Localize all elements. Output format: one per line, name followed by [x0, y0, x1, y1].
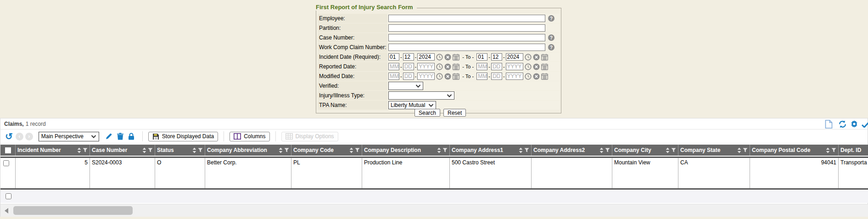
reported-date-to-year-input[interactable]: YYYY [506, 63, 523, 70]
clear-icon[interactable] [444, 73, 451, 80]
modified-date-to-day-input[interactable]: DD [491, 73, 502, 80]
filter-icon[interactable] [148, 148, 153, 152]
sort-icon[interactable] [737, 147, 741, 153]
modified-date-from-month-input[interactable]: MM [388, 73, 399, 80]
row-checkbox[interactable] [3, 160, 9, 166]
incident-date-required-from-day-input[interactable]: 12 [403, 53, 414, 61]
incident-date-required-to-year-input[interactable]: 2024 [506, 53, 523, 61]
scroll-left-arrow-icon[interactable] [5, 208, 8, 213]
clock-icon[interactable] [525, 73, 532, 80]
calendar-icon[interactable] [453, 54, 459, 61]
help-icon[interactable]: ? [548, 15, 554, 22]
sort-icon[interactable] [279, 147, 283, 153]
reported-date-from-year-input[interactable]: YYYY [417, 63, 435, 70]
sort-icon[interactable] [142, 147, 146, 153]
filter-icon[interactable] [442, 148, 448, 152]
clear-icon[interactable] [533, 54, 540, 61]
select-all-checkbox[interactable] [5, 147, 11, 153]
modified-date-to-month-input[interactable]: MM [476, 73, 487, 80]
edit-pencil-icon[interactable] [105, 133, 112, 140]
modified-date-to-year-input[interactable]: YYYY [506, 73, 523, 80]
employee-input[interactable] [388, 15, 545, 22]
incident-date-required-from-year-input[interactable]: 2024 [417, 53, 435, 61]
lock-icon[interactable] [128, 133, 134, 140]
filter-icon[interactable] [671, 148, 676, 152]
next-page-icon[interactable]: › [25, 133, 33, 140]
column-header-company-address2[interactable]: Company Address2 [532, 145, 612, 156]
filter-icon[interactable] [83, 148, 88, 152]
column-header-company-city[interactable]: Company City [612, 145, 678, 156]
column-header-status[interactable]: Status [155, 145, 205, 156]
column-header-incident-number[interactable]: Incident Number [16, 145, 90, 156]
trash-icon[interactable] [117, 133, 123, 140]
injury-illness-type-select[interactable] [388, 91, 454, 100]
verified-select[interactable] [388, 82, 423, 90]
filter-icon[interactable] [355, 148, 360, 152]
reported-date-from-day-input[interactable]: DD [403, 63, 414, 70]
calendar-icon[interactable] [541, 63, 548, 70]
columns-button[interactable]: Columns [230, 132, 269, 141]
clear-icon[interactable] [444, 63, 451, 70]
sort-icon[interactable] [437, 147, 441, 153]
clear-icon[interactable] [444, 54, 451, 61]
reset-button[interactable]: Reset [443, 109, 466, 117]
filter-icon[interactable] [284, 148, 289, 152]
incident-date-required-to-month-input[interactable]: 01 [476, 53, 487, 61]
column-header-company-postal-code[interactable]: Company Postal Code [750, 145, 839, 156]
calendar-icon[interactable] [453, 73, 459, 80]
scrollbar-thumb[interactable] [13, 206, 133, 215]
filter-icon[interactable] [831, 148, 836, 152]
clock-icon[interactable] [436, 54, 443, 61]
sort-icon[interactable] [77, 147, 81, 153]
calendar-icon[interactable] [541, 54, 548, 61]
sort-icon[interactable] [349, 147, 353, 153]
sort-icon[interactable] [599, 147, 604, 153]
filter-icon[interactable] [605, 148, 610, 152]
filter-icon[interactable] [198, 148, 203, 152]
column-header-company-abbreviation[interactable]: Company Abbreviation [205, 145, 291, 156]
footer-checkbox[interactable] [6, 193, 11, 199]
help-icon[interactable]: ? [548, 44, 554, 51]
perspective-select[interactable]: Main Perspective [39, 132, 99, 141]
undo-icon[interactable]: ↺ [5, 132, 13, 141]
clock-icon[interactable] [436, 73, 443, 80]
new-document-icon[interactable] [825, 120, 833, 129]
reported-date-to-day-input[interactable]: DD [491, 63, 502, 70]
incident-date-required-to-day-input[interactable]: 12 [491, 53, 502, 61]
check-icon[interactable] [862, 121, 868, 128]
column-header-company-state[interactable]: Company State [678, 145, 750, 156]
clear-icon[interactable] [533, 73, 540, 80]
sort-icon[interactable] [519, 147, 523, 153]
column-header-company-address1[interactable]: Company Address1 [450, 145, 532, 156]
clock-icon[interactable] [525, 63, 532, 70]
incident-date-required-from-month-input[interactable]: 01 [388, 53, 399, 61]
calendar-icon[interactable] [453, 63, 459, 70]
previous-page-icon[interactable]: ‹ [16, 133, 23, 140]
modified-date-from-year-input[interactable]: YYYY [417, 73, 435, 80]
sort-icon[interactable] [192, 147, 196, 153]
modified-date-from-day-input[interactable]: DD [403, 73, 414, 80]
column-header-company-description[interactable]: Company Description [362, 145, 450, 156]
partition-input[interactable] [388, 24, 545, 32]
column-header-dept-id[interactable]: Dept. ID [839, 145, 868, 156]
filter-icon[interactable] [743, 148, 748, 152]
table-row[interactable]: 5S2024-0003OBetter Corp.PLProduction Lin… [0, 158, 868, 188]
clock-icon[interactable] [436, 63, 443, 70]
refresh-icon[interactable] [839, 120, 846, 128]
filter-icon[interactable] [524, 148, 529, 152]
column-header-company-code[interactable]: Company Code [291, 145, 362, 156]
sort-icon[interactable] [826, 147, 830, 153]
store-displayed-data-button[interactable]: Store Displayed Data [148, 132, 218, 141]
horizontal-scrollbar[interactable] [0, 204, 868, 217]
column-header-case-number[interactable]: Case Number [90, 145, 155, 156]
calendar-icon[interactable] [541, 73, 548, 80]
help-icon[interactable]: ? [548, 34, 554, 41]
work-comp-claim-number-input[interactable] [388, 44, 545, 51]
clock-icon[interactable] [525, 54, 532, 61]
case-number-input[interactable] [388, 34, 545, 41]
reported-date-from-month-input[interactable]: MM [388, 63, 399, 70]
reported-date-to-month-input[interactable]: MM [476, 63, 487, 70]
sort-icon[interactable] [666, 147, 670, 153]
tpa-name-select[interactable]: Liberty Mutual [388, 101, 436, 109]
select-all-header[interactable] [0, 145, 16, 156]
